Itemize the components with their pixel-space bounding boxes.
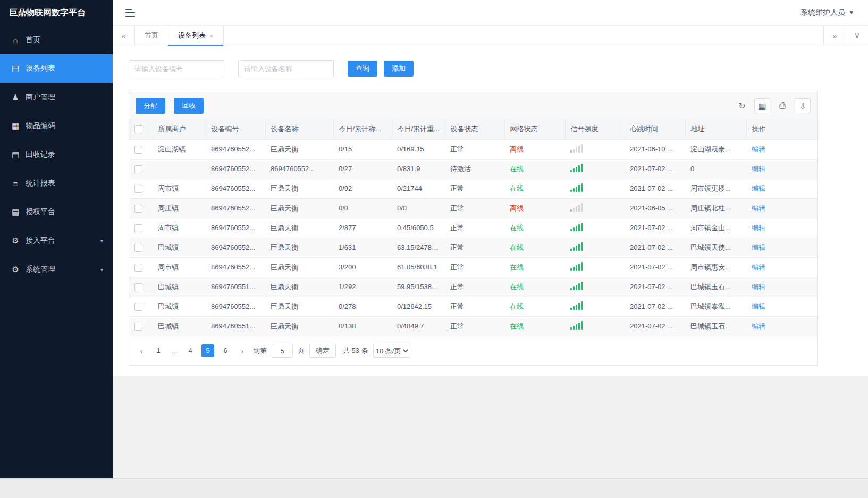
tabs-menu-button[interactable]: ∨ [846, 26, 868, 46]
row-checkbox[interactable] [134, 185, 142, 193]
sidebar: 巨鼎物联网数字平台 首页 设备列表 商户管理 物品编码 回收记录 [0, 0, 113, 478]
sidebar-item-item-code[interactable]: 物品编码 [0, 112, 113, 140]
horizontal-scrollbar[interactable] [0, 478, 868, 498]
device-number-input[interactable] [129, 60, 224, 77]
column-settings-icon[interactable]: ▦ [754, 98, 770, 113]
cell-device-number: 8694760551... [206, 316, 265, 336]
edit-link[interactable]: 编辑 [752, 322, 765, 330]
cell-today-total-count: 0/0 [333, 198, 392, 218]
page-ellipsis: ... [170, 347, 179, 355]
network-status-badge: 在线 [510, 224, 524, 232]
page-size-select[interactable]: 10 条/页 [373, 344, 410, 358]
table-row: 8694760552... 8694760552... 0/27 0/831.9… [129, 159, 817, 179]
prev-page-button[interactable]: ‹ [136, 347, 147, 356]
row-checkbox[interactable] [134, 323, 142, 331]
network-status-badge: 在线 [510, 302, 524, 310]
sidebar-item-label: 首页 [26, 35, 40, 45]
edit-link[interactable]: 编辑 [752, 302, 765, 310]
page-number-1[interactable]: 1 [152, 344, 165, 357]
recycle-record-icon [11, 150, 20, 159]
row-checkbox[interactable] [134, 283, 142, 291]
add-button[interactable]: 添加 [384, 61, 414, 77]
toolbar-icons: ↻ ▦ ⎙ ⇩ [730, 98, 811, 113]
cell-device-number: 8694760552... [206, 179, 265, 198]
row-checkbox[interactable] [134, 264, 142, 272]
sidebar-item-merchant-management[interactable]: 商户管理 [0, 83, 113, 112]
page-number-4[interactable]: 4 [184, 344, 197, 357]
row-checkbox[interactable] [134, 244, 142, 252]
table-row: 周市镇 8694760552... 巨鼎天衡 3/200 61.05/6038.… [129, 257, 817, 277]
sidebar-item-statistics-report[interactable]: 统计报表 [0, 169, 113, 198]
goto-confirm-button[interactable]: 确定 [309, 344, 336, 358]
authorize-platform-icon [11, 207, 20, 217]
page-number-6[interactable]: 6 [219, 344, 232, 357]
app-window: 巨鼎物联网数字平台 首页 设备列表 商户管理 物品编码 回收记录 [0, 0, 868, 498]
cell-device-status: 正常 [445, 277, 504, 297]
edit-link[interactable]: 编辑 [752, 243, 765, 251]
tab-device-list[interactable]: 设备列表 × [168, 26, 224, 46]
close-icon[interactable]: × [209, 32, 214, 40]
cell-merchant: 巴城镇 [153, 316, 206, 336]
cell-address: 周市镇更楼... [685, 179, 746, 198]
cell-heartbeat-time: 2021-07-02 ... [625, 316, 685, 336]
recycle-button[interactable]: 回收 [174, 98, 204, 114]
cell-device-number: 8694760552... [206, 198, 265, 218]
toolbar-actions: 分配 回收 [136, 98, 210, 114]
edit-link[interactable]: 编辑 [752, 165, 765, 173]
query-button[interactable]: 查询 [348, 61, 377, 77]
sidebar-item-access-platform[interactable]: 接入平台 ▾ [0, 226, 113, 255]
network-status-badge: 在线 [510, 243, 524, 251]
sidebar-item-home[interactable]: 首页 [0, 26, 113, 54]
row-checkbox[interactable] [134, 224, 142, 232]
tabs-scroll-left-button[interactable]: « [113, 26, 135, 46]
table-toolbar: 分配 回收 ↻ ▦ ⎙ ⇩ [129, 92, 817, 119]
cell-device-number: 8694760552... [206, 218, 265, 238]
goto-page-input[interactable] [272, 344, 293, 358]
edit-link[interactable]: 编辑 [752, 184, 765, 192]
assign-button[interactable]: 分配 [136, 98, 165, 114]
cell-address: 巴城镇玉石... [685, 316, 746, 336]
table-header-row: 所属商户 设备编号 设备名称 今日/累计称... 今日/累计重... 设备状态 … [129, 119, 817, 139]
refresh-icon[interactable]: ↻ [734, 98, 750, 113]
select-all-checkbox[interactable] [134, 125, 142, 133]
goto-prefix-label: 到第 [253, 346, 267, 356]
sidebar-item-system-management[interactable]: 系统管理 ▾ [0, 255, 113, 284]
edit-link[interactable]: 编辑 [752, 204, 765, 212]
sidebar-toggle-icon[interactable] [125, 9, 136, 17]
cell-device-number: 8694760552... [206, 297, 265, 316]
row-checkbox[interactable] [134, 205, 142, 213]
tab-home[interactable]: 首页 [135, 26, 168, 46]
cell-heartbeat-time: 2021-07-02 ... [625, 218, 685, 238]
cell-device-status: 正常 [445, 297, 504, 316]
table-header: 所属商户 设备编号 设备名称 今日/累计称... 今日/累计重... 设备状态 … [129, 119, 817, 139]
table-row: 巴城镇 8694760551... 巨鼎天衡 1/292 59.95/15382… [129, 277, 817, 297]
cell-address: 周庄镇北桂... [685, 198, 746, 218]
edit-link[interactable]: 编辑 [752, 263, 765, 271]
cell-today-total-weight: 0/831.9 [392, 159, 445, 179]
next-page-button[interactable]: › [237, 347, 248, 356]
sidebar-item-recycle-records[interactable]: 回收记录 [0, 140, 113, 169]
print-icon[interactable]: ⎙ [774, 98, 790, 113]
sidebar-item-device-list[interactable]: 设备列表 [0, 54, 113, 83]
home-icon [11, 36, 20, 45]
row-checkbox[interactable] [134, 146, 142, 154]
cell-device-status: 正常 [445, 257, 504, 277]
edit-link[interactable]: 编辑 [752, 145, 765, 153]
page-number-5-active[interactable]: 5 [201, 344, 214, 357]
export-icon[interactable]: ⇩ [795, 98, 811, 113]
cell-address: 巴城镇天使... [685, 238, 746, 257]
device-name-input[interactable] [238, 60, 334, 77]
edit-link[interactable]: 编辑 [752, 283, 765, 291]
cell-today-total-count: 0/15 [333, 139, 392, 159]
user-menu[interactable]: 系统维护人员 ▼ [800, 8, 854, 18]
row-checkbox[interactable] [134, 165, 142, 173]
sidebar-item-authorize-platform[interactable]: 授权平台 [0, 198, 113, 226]
chevron-down-icon: ▾ [100, 267, 103, 273]
edit-link[interactable]: 编辑 [752, 224, 765, 232]
row-checkbox[interactable] [134, 303, 142, 311]
tabs-scroll-right-button[interactable]: » [823, 26, 846, 46]
col-heartbeat-time: 心跳时间 [625, 119, 685, 139]
network-status-badge: 离线 [510, 145, 524, 153]
col-device-number: 设备编号 [206, 119, 265, 139]
cell-heartbeat-time: 2021-07-02 ... [625, 257, 685, 277]
